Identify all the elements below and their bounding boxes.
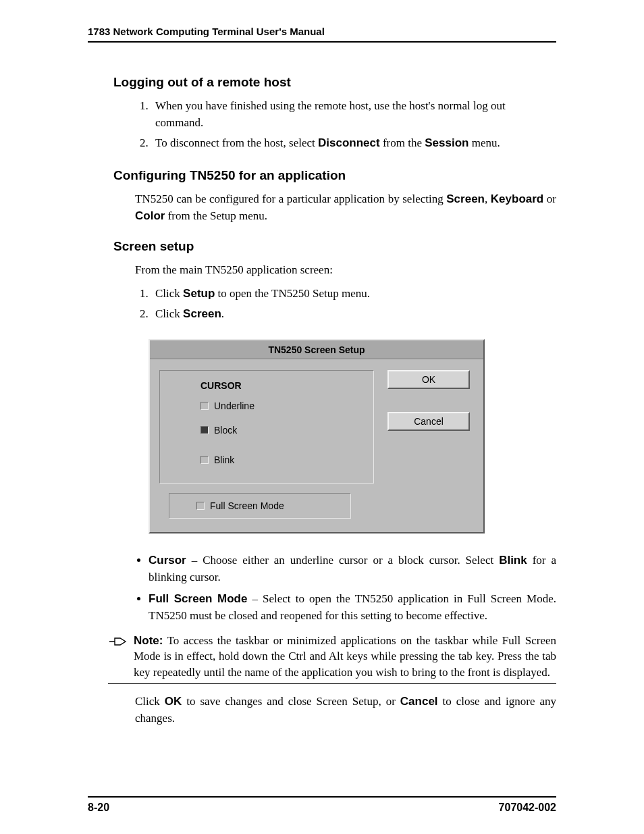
option-underline[interactable]: Underline	[200, 400, 361, 411]
page-number: 8-20	[88, 802, 109, 814]
text: Click	[155, 287, 183, 300]
bold-disconnect: Disconnect	[318, 136, 380, 149]
heading-configuring: Configuring TN5250 for an application	[113, 168, 556, 183]
text: Click	[155, 307, 183, 320]
screensetup-intro: From the main TN5250 application screen:	[135, 262, 556, 279]
config-block: TN5250 can be configured for a particula…	[135, 191, 556, 224]
bold-screen2: Screen	[183, 307, 221, 320]
checkbox-icon	[196, 502, 205, 510]
text: To access the taskbar or minimized appli…	[134, 634, 556, 679]
page: 1783 Network Computing Terminal User's M…	[0, 0, 644, 834]
bullet-fullscreen: Full Screen Mode – Select to open the TN…	[149, 591, 556, 624]
note-text: Note: To access the taskbar or minimized…	[134, 633, 556, 681]
bold-ok: OK	[165, 695, 182, 708]
running-header: 1783 Network Computing Terminal User's M…	[88, 26, 556, 43]
text: TN5250 can be configured for a particula…	[135, 192, 446, 205]
checkbox-icon	[200, 456, 209, 464]
bold-fullscreen: Full Screen Mode	[149, 592, 247, 605]
note-block: Note: To access the taskbar or minimized…	[108, 633, 556, 684]
screensetup-step-2: Click Screen.	[151, 306, 556, 323]
dialog-button-column: OK Cancel	[387, 370, 474, 519]
logout-block: When you have finished using the remote …	[135, 98, 556, 152]
checkbox-icon	[200, 426, 209, 434]
logout-step-1: When you have finished using the remote …	[151, 98, 556, 131]
text: to save changes and close Screen Setup, …	[182, 695, 400, 708]
option-label: Full Screen Mode	[210, 500, 284, 511]
text: to open the TN5250 Setup menu.	[215, 287, 370, 300]
bold-blink: Blink	[499, 554, 527, 567]
note-hand-icon	[108, 633, 134, 681]
dialog-figure: TN5250 Screen Setup CURSOR Underline Blo…	[149, 339, 556, 533]
option-label: Blink	[214, 454, 234, 465]
heading-logging-out: Logging out of a remote host	[113, 75, 556, 90]
note-label: Note:	[134, 634, 163, 647]
dialog-title: TN5250 Screen Setup	[150, 340, 483, 359]
option-block[interactable]: Block	[200, 425, 361, 436]
screensetup-step-1: Click Setup to open the TN5250 Setup men…	[151, 286, 556, 303]
bold-screen: Screen	[446, 192, 485, 205]
bullets-block: Cursor – Choose either an underline curs…	[135, 552, 556, 625]
screensetup-block: From the main TN5250 application screen:…	[135, 262, 556, 323]
dialog-left-column: CURSOR Underline Block Blink	[159, 370, 387, 519]
option-fullscreen[interactable]: Full Screen Mode	[196, 500, 338, 511]
bold-keyboard: Keyboard	[491, 192, 543, 205]
cursor-group: CURSOR Underline Block Blink	[159, 370, 374, 484]
screen-setup-dialog: TN5250 Screen Setup CURSOR Underline Blo…	[149, 339, 485, 533]
explanation-bullets: Cursor – Choose either an underline curs…	[135, 552, 556, 625]
document-number: 707042-002	[499, 802, 556, 814]
text: menu.	[468, 136, 500, 149]
bold-cancel: Cancel	[400, 695, 438, 708]
cancel-button[interactable]: Cancel	[387, 412, 470, 431]
config-paragraph: TN5250 can be configured for a particula…	[135, 191, 556, 224]
heading-screen-setup: Screen setup	[113, 239, 556, 254]
bold-cursor: Cursor	[149, 554, 186, 567]
logout-steps: When you have finished using the remote …	[135, 98, 556, 152]
text: from the Setup menu.	[165, 209, 267, 222]
option-label: Block	[214, 425, 237, 436]
text: or	[543, 192, 556, 205]
bold-session: Session	[425, 136, 468, 149]
page-footer: 8-20 707042-002	[88, 796, 556, 814]
text: – Choose either an underline cursor or a…	[186, 554, 499, 567]
bold-setup: Setup	[183, 287, 215, 300]
closing-block: Click OK to save changes and close Scree…	[135, 694, 556, 727]
bullet-cursor: Cursor – Choose either an underline curs…	[149, 552, 556, 585]
option-label: Underline	[214, 400, 254, 411]
text: .	[221, 307, 224, 320]
text: Click	[135, 695, 165, 708]
fullscreen-group: Full Screen Mode	[169, 493, 351, 519]
text: from the	[380, 136, 425, 149]
option-blink[interactable]: Blink	[200, 454, 361, 465]
cursor-group-title: CURSOR	[200, 380, 361, 391]
screensetup-steps: Click Setup to open the TN5250 Setup men…	[135, 286, 556, 323]
text: To disconnect from the host, select	[155, 136, 318, 149]
logout-step-2: To disconnect from the host, select Disc…	[151, 135, 556, 152]
dialog-body: CURSOR Underline Block Blink	[150, 359, 483, 532]
checkbox-icon	[200, 402, 209, 410]
text: ,	[485, 192, 491, 205]
ok-button[interactable]: OK	[387, 370, 470, 389]
bold-color: Color	[135, 209, 165, 222]
closing-paragraph: Click OK to save changes and close Scree…	[135, 694, 556, 727]
